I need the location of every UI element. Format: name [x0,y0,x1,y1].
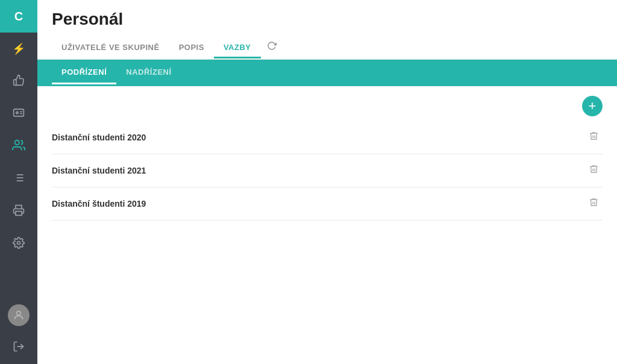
delete-button-0[interactable] [585,130,603,145]
tab-vazby[interactable]: VAZBY [214,38,261,58]
subtabs-bar: PODŘÍZENÍ NADŘÍZENÍ [37,60,617,86]
idcard-icon [13,107,25,122]
refresh-icon [267,42,277,52]
tab-popis[interactable]: POPIS [169,38,214,58]
sidebar-item-logout[interactable] [0,331,37,364]
page-title: Personál [52,10,603,29]
sidebar: C ⚡ [0,0,37,364]
delete-button-2[interactable] [585,196,603,212]
sidebar-item-users[interactable] [0,130,37,163]
header: Personál UŽIVATELÉ VE SKUPINĚ POPIS VAZB… [37,0,617,60]
trash-icon [589,198,599,210]
tabs-bar: UŽIVATELÉ VE SKUPINĚ POPIS VAZBY [52,36,603,59]
trash-icon [589,132,599,143]
svg-point-2 [15,140,19,144]
sidebar-item-lightning[interactable]: ⚡ [0,33,37,65]
settings-icon [13,237,25,252]
svg-point-11 [17,311,21,315]
main-content: Personál UŽIVATELÉ VE SKUPINĚ POPIS VAZB… [37,0,617,364]
sidebar-item-idcard[interactable] [0,98,37,130]
delete-button-1[interactable] [585,163,603,178]
sidebar-item-thumbsup[interactable] [0,65,37,98]
list-container: Distanční studenti 2020 Distanční studen… [52,121,603,221]
logout-icon [13,340,25,356]
svg-point-1 [16,111,18,113]
add-button-row: + [52,86,603,121]
list-item-label: Distanční studenti 2021 [52,166,146,175]
tab-users-in-group[interactable]: UŽIVATELÉ VE SKUPINĚ [52,38,169,58]
brand-logo[interactable]: C [0,0,37,33]
sidebar-item-print[interactable] [0,195,37,228]
plus-icon: + [589,99,597,113]
svg-point-10 [17,241,20,244]
list-item-label: Distanční studenti 2020 [52,133,146,142]
list-item-label: Distanční študenti 2019 [52,199,146,209]
svg-rect-9 [16,211,22,215]
print-icon [13,204,25,219]
avatar [8,304,30,326]
subtab-nadrizeni[interactable]: NADŘÍZENÍ [116,61,181,84]
add-button[interactable]: + [582,96,603,116]
list-item: Distanční studenti 2020 [52,121,603,154]
sidebar-item-list[interactable] [0,163,37,195]
sidebar-item-settings[interactable] [0,228,37,260]
list-icon [13,172,25,187]
sidebar-avatar[interactable] [0,299,37,331]
sidebar-bottom [0,299,37,364]
trash-icon [589,165,599,177]
thumbsup-icon [13,74,25,89]
lightning-icon: ⚡ [12,42,25,55]
subtab-podrizeni[interactable]: PODŘÍZENÍ [52,61,116,84]
content-area: + Distanční studenti 2020 Distanční stud… [37,86,617,364]
tab-refresh[interactable] [261,36,283,60]
list-item: Distanční študenti 2019 [52,187,603,221]
users-icon [12,139,25,155]
list-item: Distanční studenti 2021 [52,154,603,187]
